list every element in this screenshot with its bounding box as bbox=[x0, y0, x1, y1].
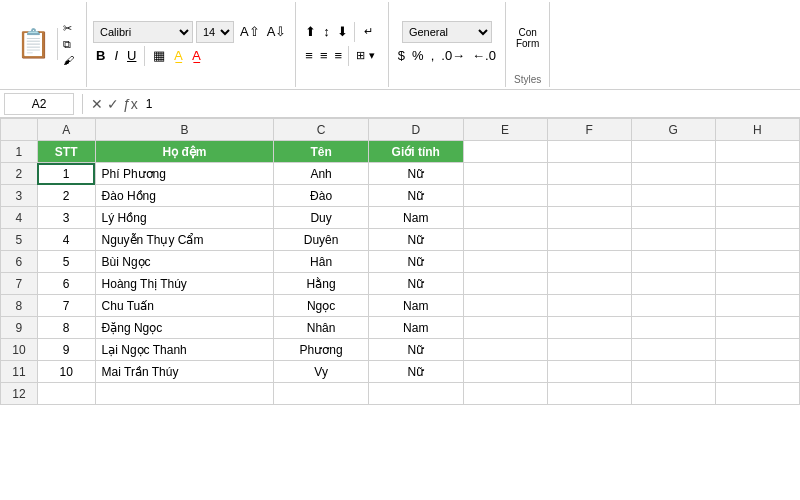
number-format-select[interactable]: General bbox=[402, 21, 492, 43]
empty-cell[interactable] bbox=[547, 251, 631, 273]
cell-ten[interactable]: Anh bbox=[274, 163, 369, 185]
empty-cell[interactable] bbox=[547, 361, 631, 383]
empty-cell[interactable] bbox=[37, 383, 95, 405]
empty-cell[interactable] bbox=[631, 229, 715, 251]
col-header-g[interactable]: G bbox=[631, 119, 715, 141]
cell-ten[interactable]: Phương bbox=[274, 339, 369, 361]
cell-stt[interactable]: 6 bbox=[37, 273, 95, 295]
col-header-f[interactable]: F bbox=[547, 119, 631, 141]
cell-gioi-tinh[interactable]: Nữ bbox=[368, 251, 463, 273]
cell-ten[interactable]: Hằng bbox=[274, 273, 369, 295]
empty-cell[interactable] bbox=[715, 207, 799, 229]
confirm-formula-icon[interactable]: ✓ bbox=[107, 96, 119, 112]
empty-cell[interactable] bbox=[463, 185, 547, 207]
col-header-b[interactable]: B bbox=[95, 119, 274, 141]
font-size-select[interactable]: 14 bbox=[196, 21, 234, 43]
empty-cell[interactable] bbox=[463, 163, 547, 185]
col-header-a[interactable]: A bbox=[37, 119, 95, 141]
cell-stt[interactable]: 9 bbox=[37, 339, 95, 361]
cell-gioi-tinh[interactable]: Nữ bbox=[368, 339, 463, 361]
cell-ho-dem[interactable]: Bùi Ngọc bbox=[95, 251, 274, 273]
copy-button[interactable]: ⧉ bbox=[60, 37, 80, 52]
cell-ten[interactable]: Hân bbox=[274, 251, 369, 273]
underline-button[interactable]: U bbox=[124, 45, 139, 67]
empty-cell[interactable] bbox=[463, 273, 547, 295]
cell-gioi-tinh[interactable]: Nam bbox=[368, 207, 463, 229]
empty-cell[interactable] bbox=[463, 207, 547, 229]
cell-stt[interactable]: 3 bbox=[37, 207, 95, 229]
empty-cell[interactable] bbox=[547, 317, 631, 339]
cancel-formula-icon[interactable]: ✕ bbox=[91, 96, 103, 112]
empty-cell[interactable] bbox=[463, 229, 547, 251]
empty-cell[interactable] bbox=[715, 317, 799, 339]
align-top-button[interactable]: ⬆ bbox=[302, 21, 319, 43]
empty-header-cell[interactable] bbox=[463, 141, 547, 163]
decrease-font-button[interactable]: A⇩ bbox=[264, 21, 290, 43]
percent-button[interactable]: % bbox=[409, 45, 427, 67]
font-name-select[interactable]: Calibri bbox=[93, 21, 193, 43]
cell-ten[interactable]: Đào bbox=[274, 185, 369, 207]
align-left-button[interactable]: ≡ bbox=[302, 45, 316, 67]
cell-ho-dem[interactable]: Hoàng Thị Thúy bbox=[95, 273, 274, 295]
col-header-c[interactable]: C bbox=[274, 119, 369, 141]
format-painter-button[interactable]: 🖌 bbox=[60, 53, 80, 67]
cell-gioi-tinh[interactable]: Nam bbox=[368, 295, 463, 317]
empty-cell[interactable] bbox=[95, 383, 274, 405]
border-button[interactable]: ▦ bbox=[150, 45, 168, 67]
cell-stt[interactable]: 1 bbox=[37, 163, 95, 185]
empty-cell[interactable] bbox=[715, 163, 799, 185]
empty-cell[interactable] bbox=[547, 273, 631, 295]
empty-cell[interactable] bbox=[715, 339, 799, 361]
empty-cell[interactable] bbox=[631, 273, 715, 295]
bold-button[interactable]: B bbox=[93, 45, 108, 67]
empty-cell[interactable] bbox=[715, 229, 799, 251]
empty-cell[interactable] bbox=[631, 383, 715, 405]
cell-gioi-tinh[interactable]: Nữ bbox=[368, 185, 463, 207]
align-middle-button[interactable]: ↕ bbox=[320, 21, 333, 43]
empty-cell[interactable] bbox=[715, 383, 799, 405]
increase-font-button[interactable]: A⇧ bbox=[237, 21, 263, 43]
cell-ten[interactable]: Vy bbox=[274, 361, 369, 383]
comma-button[interactable]: , bbox=[428, 45, 438, 67]
empty-cell[interactable] bbox=[547, 339, 631, 361]
empty-cell[interactable] bbox=[547, 163, 631, 185]
empty-cell[interactable] bbox=[715, 251, 799, 273]
cell-gioi-tinh[interactable]: Nữ bbox=[368, 361, 463, 383]
cell-ten[interactable]: Duy bbox=[274, 207, 369, 229]
empty-cell[interactable] bbox=[547, 185, 631, 207]
col-header-e[interactable]: E bbox=[463, 119, 547, 141]
empty-cell[interactable] bbox=[463, 317, 547, 339]
empty-cell[interactable] bbox=[715, 273, 799, 295]
header-cell-3[interactable]: Giới tính bbox=[368, 141, 463, 163]
cell-stt[interactable]: 8 bbox=[37, 317, 95, 339]
italic-button[interactable]: I bbox=[111, 45, 121, 67]
empty-cell[interactable] bbox=[631, 163, 715, 185]
cell-stt[interactable]: 10 bbox=[37, 361, 95, 383]
empty-cell[interactable] bbox=[368, 383, 463, 405]
cell-ten[interactable]: Nhân bbox=[274, 317, 369, 339]
cell-stt[interactable]: 7 bbox=[37, 295, 95, 317]
cell-ho-dem[interactable]: Chu Tuấn bbox=[95, 295, 274, 317]
increase-decimal-button[interactable]: .0→ bbox=[438, 45, 468, 67]
decrease-decimal-button[interactable]: ←.0 bbox=[469, 45, 499, 67]
cell-reference-input[interactable] bbox=[4, 93, 74, 115]
empty-cell[interactable] bbox=[463, 295, 547, 317]
empty-cell[interactable] bbox=[631, 339, 715, 361]
empty-cell[interactable] bbox=[463, 361, 547, 383]
cell-ten[interactable]: Duyên bbox=[274, 229, 369, 251]
empty-cell[interactable] bbox=[547, 207, 631, 229]
empty-cell[interactable] bbox=[274, 383, 369, 405]
conditional-formatting-button[interactable]: ConForm bbox=[512, 26, 543, 50]
header-cell-0[interactable]: STT bbox=[37, 141, 95, 163]
merge-center-button[interactable]: ⊞ ▾ bbox=[352, 45, 379, 67]
cell-ten[interactable]: Ngọc bbox=[274, 295, 369, 317]
empty-cell[interactable] bbox=[631, 295, 715, 317]
currency-button[interactable]: $ bbox=[395, 45, 408, 67]
wrap-text-button[interactable]: ↵ bbox=[358, 21, 382, 43]
empty-header-cell[interactable] bbox=[631, 141, 715, 163]
align-bottom-button[interactable]: ⬇ bbox=[334, 21, 351, 43]
insert-function-icon[interactable]: ƒx bbox=[123, 96, 138, 112]
fill-color-button[interactable]: A̲ bbox=[171, 45, 186, 67]
empty-header-cell[interactable] bbox=[547, 141, 631, 163]
cell-ho-dem[interactable]: Đào Hồng bbox=[95, 185, 274, 207]
